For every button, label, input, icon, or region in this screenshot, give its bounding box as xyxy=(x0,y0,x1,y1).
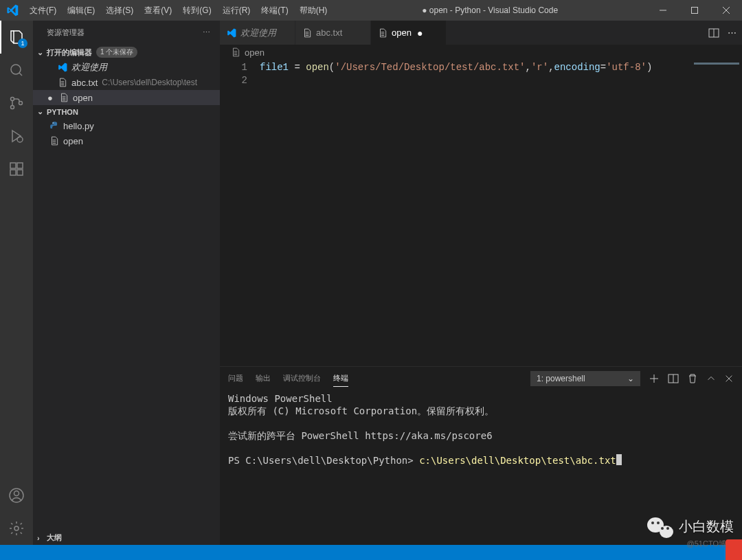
terminal-select[interactable]: 1: powershell ⌄ xyxy=(530,371,640,386)
menu-run[interactable]: 运行(R) xyxy=(217,0,256,21)
minimize-button[interactable] xyxy=(647,0,679,21)
explorer-title: 资源管理器 xyxy=(47,27,85,38)
open-editors-section[interactable]: ⌄ 打开的编辑器 1 个未保存 xyxy=(33,45,220,60)
menu-terminal[interactable]: 终端(T) xyxy=(256,0,293,21)
menu-file[interactable]: 文件(F) xyxy=(24,0,62,21)
tab-label: abc.txt xyxy=(316,27,342,38)
file-label: open xyxy=(63,136,83,146)
maximize-button[interactable] xyxy=(679,0,710,21)
open-editor-label: abc.txt xyxy=(71,78,98,88)
close-panel-icon[interactable] xyxy=(724,374,734,383)
menu-go[interactable]: 转到(G) xyxy=(177,0,216,21)
line-gutter: 12 xyxy=(220,60,260,366)
unsaved-chip: 1 个未保存 xyxy=(96,47,137,58)
vscode-logo-icon xyxy=(0,4,24,16)
new-terminal-icon[interactable] xyxy=(649,373,660,384)
dirty-dot-icon: ● xyxy=(417,27,425,38)
file-open[interactable]: open xyxy=(33,133,220,148)
status-bar[interactable] xyxy=(0,545,742,560)
terminal-select-label: 1: powershell xyxy=(537,374,585,383)
open-editor-welcome[interactable]: 欢迎使用 xyxy=(33,60,220,75)
tab-label: 欢迎使用 xyxy=(240,27,276,39)
corner-badge xyxy=(726,539,742,560)
menu-edit[interactable]: 编辑(E) xyxy=(62,0,100,21)
svg-rect-8 xyxy=(17,170,23,175)
kill-terminal-icon[interactable] xyxy=(687,373,698,384)
chevron-down-icon: ⌄ xyxy=(627,374,634,383)
file-hello-py[interactable]: hello.py xyxy=(33,118,220,133)
python-file-icon xyxy=(48,121,60,131)
breadcrumb-item: open xyxy=(245,47,265,58)
code-editor[interactable]: 12 file1 = open('/Users/Ted/Desktop/test… xyxy=(220,60,742,366)
run-debug-icon[interactable] xyxy=(0,120,33,153)
breadcrumb[interactable]: open xyxy=(220,45,742,60)
terminal-cursor xyxy=(616,454,622,465)
editor-tabs: 欢迎使用 abc.txt open ● ⋯ xyxy=(220,21,742,45)
watermark-text: 小白数模 xyxy=(679,517,734,536)
wechat-cloud-icon xyxy=(647,515,673,538)
open-editor-hint: C:\Users\dell\Desktop\test xyxy=(102,78,197,87)
maximize-panel-icon[interactable] xyxy=(706,374,716,383)
explorer-sidebar: 资源管理器 ⋯ ⌄ 打开的编辑器 1 个未保存 欢迎使用 abc.txt C:\… xyxy=(33,21,220,545)
menu-selection[interactable]: 选择(S) xyxy=(100,0,139,21)
file-icon xyxy=(378,28,387,38)
editor-area: 欢迎使用 abc.txt open ● ⋯ open 12 file1 = op xyxy=(220,21,742,545)
panel-tab-problems[interactable]: 问题 xyxy=(228,370,243,386)
tab-abc-txt[interactable]: abc.txt xyxy=(295,21,371,45)
svg-rect-0 xyxy=(692,8,698,14)
svg-rect-7 xyxy=(10,170,16,175)
file-icon xyxy=(231,47,240,57)
panel-tab-terminal[interactable]: 终端 xyxy=(333,370,348,387)
open-editor-abc[interactable]: abc.txt C:\Users\dell\Desktop\test xyxy=(33,75,220,90)
close-button[interactable] xyxy=(710,0,742,21)
svg-point-13 xyxy=(53,122,54,123)
title-bar: 文件(F) 编辑(E) 选择(S) 查看(V) 转到(G) 运行(R) 终端(T… xyxy=(0,0,742,21)
file-icon xyxy=(58,93,70,102)
explorer-more-icon[interactable]: ⋯ xyxy=(203,28,212,37)
accounts-icon[interactable] xyxy=(0,479,33,512)
tab-open[interactable]: open ● xyxy=(371,21,447,45)
svg-point-2 xyxy=(11,98,14,101)
search-icon[interactable] xyxy=(0,54,33,87)
window-title: ● open - Python - Visual Studio Code xyxy=(333,5,647,15)
terminal-line: 版权所有 (C) Microsoft Corporation。保留所有权利。 xyxy=(228,405,734,417)
panel-tab-debug-console[interactable]: 调试控制台 xyxy=(283,370,321,386)
menu-bar: 文件(F) 编辑(E) 选择(S) 查看(V) 转到(G) 运行(R) 终端(T… xyxy=(24,0,333,21)
file-label: hello.py xyxy=(63,121,94,131)
file-icon xyxy=(302,28,312,38)
tab-welcome[interactable]: 欢迎使用 xyxy=(220,21,295,45)
menu-view[interactable]: 查看(V) xyxy=(139,0,177,21)
panel-tab-output[interactable]: 输出 xyxy=(256,370,271,386)
file-icon xyxy=(48,136,60,146)
terminal-line: PS C:\Users\dell\Desktop\Python> c:\User… xyxy=(228,454,734,467)
open-editor-open[interactable]: ● open xyxy=(33,90,220,105)
chevron-down-icon: ⌄ xyxy=(37,48,47,57)
dirty-dot-icon: ● xyxy=(44,93,56,103)
open-editors-label: 打开的编辑器 xyxy=(47,47,92,58)
open-editor-label: 欢迎使用 xyxy=(71,61,107,74)
explorer-icon[interactable]: 1 xyxy=(0,21,33,54)
svg-point-1 xyxy=(11,65,21,74)
split-editor-icon[interactable] xyxy=(708,27,719,38)
minimap[interactable] xyxy=(691,60,742,366)
terminal-line: 尝试新的跨平台 PowerShell https://aka.ms/pscore… xyxy=(228,429,734,442)
outline-section[interactable]: › 大纲 xyxy=(33,530,220,545)
vscode-file-icon xyxy=(56,63,69,72)
split-terminal-icon[interactable] xyxy=(668,373,679,384)
extensions-icon[interactable] xyxy=(0,153,33,186)
window-controls xyxy=(647,0,742,21)
svg-point-12 xyxy=(14,526,19,530)
settings-gear-icon[interactable] xyxy=(0,512,33,545)
folder-label: PYTHON xyxy=(47,108,78,116)
source-control-icon[interactable] xyxy=(0,87,33,120)
explorer-badge: 1 xyxy=(18,38,27,48)
terminal-line: Windows PowerShell xyxy=(228,392,734,405)
editor-more-icon[interactable]: ⋯ xyxy=(728,27,737,38)
code-content[interactable]: file1 = open('/Users/Ted/Desktop/test/ab… xyxy=(260,60,742,366)
menu-help[interactable]: 帮助(H) xyxy=(294,0,333,21)
watermark: 小白数模 xyxy=(647,515,734,538)
vscode-file-icon xyxy=(227,28,236,38)
folder-section[interactable]: ⌄ PYTHON xyxy=(33,105,220,118)
svg-point-4 xyxy=(19,102,23,105)
svg-point-11 xyxy=(14,491,19,496)
